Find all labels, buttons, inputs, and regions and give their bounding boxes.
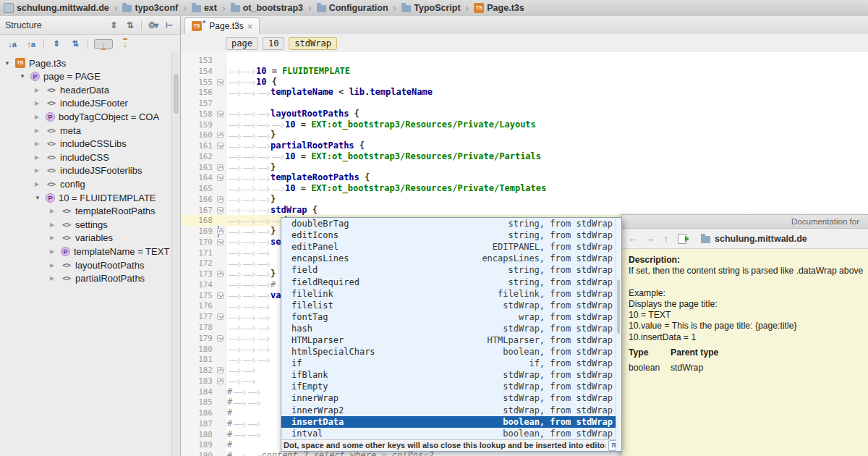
fold-marker-icon[interactable] — [217, 207, 224, 214]
editor-breadcrumb-chip[interactable]: stdWrap — [289, 37, 337, 50]
completion-item[interactable]: innerWrap2stdWrap, from stdWrap — [281, 405, 621, 416]
fold-marker-icon[interactable] — [217, 196, 224, 203]
fold-marker-icon[interactable] — [217, 228, 224, 235]
tree-item[interactable]: ▶config — [35, 177, 85, 190]
tree-item[interactable]: ▼Page.t3s — [4, 56, 66, 69]
completion-item[interactable]: encapsLinesencapsLines, from stdWrap — [281, 253, 621, 264]
tree-item[interactable]: ▶layoutRootPaths — [50, 258, 144, 271]
sort-alpha-asc-icon[interactable] — [6, 40, 19, 48]
expand-arrow-icon[interactable]: ▶ — [35, 127, 42, 134]
completion-scrollbar[interactable] — [616, 218, 621, 451]
tree-item[interactable]: ▶bodyTagCObject = COA — [35, 110, 159, 123]
tree-item[interactable]: ▶partialRootPaths — [50, 272, 145, 285]
expand-arrow-icon[interactable]: ▶ — [35, 87, 42, 93]
tree-item[interactable]: ▶settings — [50, 218, 108, 231]
code-line[interactable]: 166} — [181, 194, 868, 205]
edit-source-icon[interactable] — [678, 234, 686, 244]
forward-icon[interactable] — [644, 233, 655, 244]
collapse-arrow-icon[interactable]: ▼ — [35, 195, 42, 201]
code-line[interactable]: 164templateRootPaths { — [181, 172, 868, 183]
collapse-all-icon[interactable] — [69, 39, 82, 48]
completion-item[interactable]: filelinkfilelink, from stdWrap — [281, 288, 621, 300]
fold-marker-icon[interactable] — [217, 313, 224, 320]
completion-item[interactable]: intvalboolean, from stdWrap — [281, 428, 621, 439]
breadcrumb-item[interactable]: Configuration — [315, 3, 390, 13]
breadcrumb-item[interactable]: TypoScript — [400, 3, 461, 13]
autoscroll-from-source-icon[interactable] — [119, 40, 132, 48]
code-line[interactable]: 16510 = EXT:ot_bootstrap3/Resources/Priv… — [181, 183, 868, 194]
fold-marker-icon[interactable] — [217, 111, 224, 117]
completion-item[interactable]: fieldRequiredstring, from stdWrap — [281, 276, 621, 287]
fold-marker-icon[interactable] — [217, 239, 224, 245]
fold-marker-icon[interactable] — [217, 292, 224, 299]
editor-breadcrumb-chip[interactable]: page — [226, 37, 258, 50]
breadcrumb-item[interactable]: schulung.mittwald.de — [2, 3, 111, 13]
expand-arrow-icon[interactable]: ▶ — [35, 114, 42, 120]
completion-item[interactable]: ifif, from stdWrap — [281, 358, 621, 369]
close-icon[interactable] — [247, 22, 253, 31]
expand-arrow-icon[interactable]: ▶ — [35, 181, 42, 187]
breadcrumb-item[interactable]: Page.t3s — [472, 3, 525, 13]
expand-panel-icon[interactable] — [108, 20, 119, 30]
expand-arrow-icon[interactable]: ▶ — [50, 262, 57, 269]
settings-gear-icon[interactable] — [147, 20, 158, 30]
code-line[interactable]: 16210 = EXT:ot_bootstrap3/Resources/Priv… — [181, 151, 868, 162]
expand-arrow-icon[interactable]: ▶ — [35, 100, 42, 106]
code-line[interactable]: 160} — [181, 130, 868, 140]
tree-item[interactable]: ▶templateRootPaths — [50, 205, 156, 218]
tree-item[interactable]: ▶headerData — [35, 83, 109, 96]
fold-marker-icon[interactable] — [217, 164, 224, 171]
code-line[interactable]: 15510 { — [181, 77, 868, 88]
completion-item[interactable]: doubleBrTagstring, from stdWrap — [281, 218, 621, 229]
fold-marker-icon[interactable] — [217, 335, 224, 342]
completion-item[interactable]: editIconsstring, from stdWrap — [281, 229, 621, 241]
expand-arrow-icon[interactable]: ▶ — [50, 235, 57, 241]
back-icon[interactable] — [628, 233, 638, 244]
collapse-arrow-icon[interactable]: ▼ — [20, 73, 27, 80]
dock-icon[interactable] — [163, 20, 175, 30]
code-line[interactable]: 15910 = EXT:ot_bootstrap3/Resources/Priv… — [181, 119, 868, 130]
fold-marker-icon[interactable] — [217, 132, 224, 138]
fold-marker-icon[interactable] — [217, 79, 224, 85]
tree-item[interactable]: ▶includeCSS — [35, 151, 109, 164]
completion-item[interactable]: innerWrapstdWrap, from stdWrap — [281, 392, 621, 404]
editor-breadcrumb-chip[interactable]: 10 — [263, 37, 284, 50]
completion-item[interactable]: fileliststdWrap, from stdWrap — [281, 300, 621, 311]
completion-item[interactable]: htmlSpecialCharsboolean, from stdWrap — [281, 346, 621, 358]
tree-item[interactable]: ▶includeJSFooter — [35, 97, 128, 110]
collapse-arrow-icon[interactable]: ▼ — [4, 60, 12, 67]
tree-item[interactable]: ▶includeCSSLibs — [35, 138, 127, 151]
expand-arrow-icon[interactable]: ▶ — [35, 154, 42, 161]
fold-marker-icon[interactable] — [217, 143, 224, 149]
completion-item[interactable]: editPanelEDITPANEL, from stdWrap — [281, 241, 621, 253]
breadcrumb-item[interactable]: ext — [190, 3, 218, 13]
code-line[interactable]: 163} — [181, 162, 868, 173]
completion-item[interactable]: hashstdWrap, from stdWrap — [281, 323, 621, 334]
tree-item[interactable]: ▶includeJSFooterlibs — [35, 164, 142, 177]
structure-scrollbar-thumb[interactable] — [174, 74, 179, 114]
completion-item[interactable]: insertDataboolean, from stdWrap — [281, 416, 621, 428]
expand-arrow-icon[interactable]: ▶ — [50, 275, 57, 282]
code-line[interactable]: 161partialRootPaths { — [181, 140, 868, 151]
code-line[interactable]: 157 — [181, 98, 868, 109]
structure-scrollbar[interactable] — [171, 52, 180, 456]
tree-item[interactable]: ▼10 = FLUIDTEMPLATE — [35, 191, 156, 204]
completion-item[interactable]: fieldstring, from stdWrap — [281, 264, 621, 276]
fold-marker-icon[interactable] — [217, 174, 224, 181]
fold-marker-icon[interactable] — [217, 271, 224, 277]
expand-arrow-icon[interactable]: ▶ — [50, 208, 57, 214]
up-icon[interactable] — [661, 233, 671, 244]
breadcrumb-item[interactable]: ot_bootstrap3 — [229, 3, 305, 13]
expand-arrow-icon[interactable]: ▶ — [35, 140, 42, 147]
breadcrumb-item[interactable]: typo3conf — [121, 3, 179, 13]
tree-item[interactable]: ▶templateName = TEXT — [50, 245, 169, 258]
code-line[interactable]: 15410 = FLUIDTEMPLATE — [181, 66, 868, 77]
completion-item[interactable]: ifEmptystdWrap, from stdWrap — [281, 381, 621, 392]
collapse-panel-icon[interactable] — [124, 20, 136, 30]
completion-item[interactable]: HTMLparserHTMLparser, from stdWrap — [281, 334, 621, 346]
fold-marker-icon[interactable] — [217, 367, 224, 373]
editor-tab[interactable]: * Page.t3s — [184, 17, 260, 34]
code-line[interactable]: 156templateName < lib.templateName — [181, 87, 868, 98]
code-line[interactable]: 153 — [181, 55, 868, 66]
fold-marker-icon[interactable] — [217, 378, 224, 384]
